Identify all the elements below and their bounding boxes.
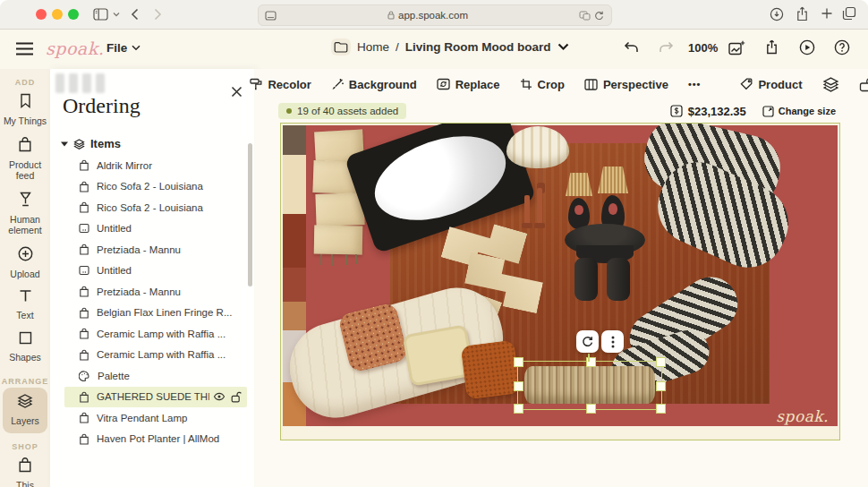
assets-badge: 19 of 40 assets added bbox=[278, 103, 406, 119]
rail-item-human-element[interactable]: Human element bbox=[0, 187, 50, 242]
layer-row[interactable]: Untitled bbox=[50, 218, 249, 240]
palette-swatch[interactable] bbox=[283, 302, 306, 330]
minimize-window-button[interactable] bbox=[52, 9, 63, 20]
layer-row[interactable]: Vitra Pendant Lamp bbox=[50, 407, 249, 429]
layer-row[interactable]: Haven Pot Planter | AllMod bbox=[50, 429, 249, 450]
rail-item-my-things[interactable]: My Things bbox=[0, 89, 50, 132]
layer-row[interactable]: Aldrik Mirror bbox=[50, 155, 249, 176]
breadcrumb-current[interactable]: Living Room Mood board bbox=[405, 40, 551, 54]
rail-item-product-feed[interactable]: Product feed bbox=[0, 132, 50, 187]
replace-image-icon bbox=[437, 78, 450, 90]
mood-board-canvas[interactable]: spoak. bbox=[280, 123, 840, 440]
breadcrumb[interactable]: Home / Living Room Mood board bbox=[331, 38, 569, 56]
add-image-icon[interactable] bbox=[728, 40, 745, 56]
export-icon[interactable] bbox=[765, 39, 779, 55]
rail-item-this-design[interactable]: This Design bbox=[0, 453, 50, 487]
share-icon[interactable] bbox=[796, 6, 809, 21]
unlock-icon[interactable] bbox=[231, 391, 242, 403]
browser-chrome: app.spoak.com bbox=[0, 0, 868, 30]
layer-row[interactable]: Palette bbox=[50, 365, 249, 387]
selection-handle[interactable] bbox=[656, 381, 666, 391]
bag-icon bbox=[79, 307, 89, 319]
replace-button[interactable]: Replace bbox=[437, 78, 500, 91]
item-menu-button[interactable] bbox=[601, 330, 624, 353]
redo-icon[interactable] bbox=[659, 41, 674, 55]
palette-swatch[interactable] bbox=[283, 125, 306, 155]
tab-overview-icon[interactable] bbox=[842, 6, 856, 21]
palette-swatch[interactable] bbox=[283, 155, 306, 214]
reload-icon[interactable] bbox=[594, 11, 604, 21]
panel-scrollbar[interactable] bbox=[248, 143, 252, 286]
rail-item-upload[interactable]: Upload bbox=[0, 242, 50, 286]
palette-swatch[interactable] bbox=[283, 214, 306, 268]
hamburger-menu-icon[interactable] bbox=[15, 42, 34, 56]
layer-row[interactable]: Pretziada - Mannu bbox=[50, 239, 249, 261]
forward-icon[interactable] bbox=[154, 8, 162, 21]
breadcrumb-root[interactable]: Home bbox=[357, 40, 389, 54]
selection-handle[interactable] bbox=[514, 404, 523, 414]
new-tab-icon[interactable] bbox=[821, 7, 833, 20]
tool-rail: ADD My Things Product feed Human element… bbox=[0, 69, 50, 487]
layer-row[interactable]: Belgian Flax Linen Fringe R... bbox=[50, 303, 249, 324]
zoom-window-button[interactable] bbox=[68, 9, 79, 20]
page-settings-icon[interactable] bbox=[265, 11, 277, 21]
rail-item-text[interactable]: Text bbox=[0, 285, 50, 327]
selection-handle[interactable] bbox=[514, 357, 523, 367]
layer-row[interactable]: GATHERED SUEDE THROW... bbox=[64, 387, 247, 408]
tag-icon bbox=[740, 78, 753, 90]
zoom-level[interactable]: 100% bbox=[688, 41, 718, 55]
chevron-down-icon[interactable] bbox=[113, 12, 120, 17]
layer-row[interactable]: Pretziada - Mannu bbox=[50, 281, 249, 303]
layer-row[interactable]: Rico Sofa 2 - Louisiana bbox=[50, 176, 249, 198]
file-menu[interactable]: File bbox=[106, 41, 140, 55]
back-icon[interactable] bbox=[131, 8, 139, 21]
recolor-button[interactable]: Recolor bbox=[250, 78, 311, 91]
unlock-icon[interactable] bbox=[859, 77, 868, 92]
total-price[interactable]: $23,132.35 bbox=[670, 105, 746, 118]
spoak-logo[interactable]: spoak. bbox=[46, 38, 104, 58]
more-tools-button[interactable]: ••• bbox=[688, 79, 702, 90]
layer-row[interactable]: Untitled bbox=[50, 261, 249, 282]
selection-frame[interactable] bbox=[517, 361, 662, 410]
layer-row[interactable]: Ceramic Lamp with Raffia ... bbox=[50, 323, 249, 345]
sidebar-toggle-icon[interactable] bbox=[93, 8, 108, 21]
layer-order-icon[interactable] bbox=[822, 77, 839, 92]
layers-panel: Ordering Items Aldrik Mirror Rico Sofa 2… bbox=[50, 69, 254, 487]
product-button[interactable]: Product bbox=[740, 78, 802, 91]
downloads-icon[interactable] bbox=[770, 7, 784, 21]
bag-icon bbox=[79, 349, 89, 361]
perspective-button[interactable]: Perspective bbox=[584, 78, 668, 91]
rail-item-layers[interactable]: Layers bbox=[3, 388, 47, 433]
layer-row-label: Ceramic Lamp with Raffia ... bbox=[97, 349, 243, 360]
play-icon[interactable] bbox=[799, 39, 815, 56]
rail-item-shapes[interactable]: Shapes bbox=[0, 327, 50, 369]
selection-handle[interactable] bbox=[656, 357, 666, 367]
orange-pillow-item[interactable] bbox=[461, 340, 521, 400]
selection-handle[interactable] bbox=[514, 381, 523, 391]
paint-roller-icon bbox=[250, 78, 262, 91]
candlestick-item[interactable] bbox=[537, 188, 542, 224]
crop-button[interactable]: Crop bbox=[520, 78, 565, 91]
layer-row[interactable]: Rico Sofa 2 - Louisiana bbox=[50, 197, 249, 218]
shopping-bag-icon bbox=[18, 137, 32, 152]
background-button[interactable]: Background bbox=[331, 78, 417, 91]
items-group-header[interactable]: Items bbox=[61, 137, 121, 150]
address-bar[interactable]: app.spoak.com bbox=[258, 4, 612, 26]
selection-handle[interactable] bbox=[656, 404, 666, 414]
layer-row[interactable]: Ceramic Lamp with Raffia ... bbox=[50, 345, 249, 366]
close-window-button[interactable] bbox=[36, 9, 47, 20]
change-size-button[interactable]: Change size bbox=[762, 106, 836, 117]
rotate-button[interactable] bbox=[576, 330, 599, 353]
page-actions-icon[interactable] bbox=[579, 11, 591, 21]
undo-icon[interactable] bbox=[624, 41, 639, 55]
rail-section-arrange: ARRANGE bbox=[0, 377, 50, 386]
candlestick-item[interactable] bbox=[524, 195, 530, 224]
eye-icon[interactable] bbox=[213, 392, 226, 401]
palette-swatch[interactable] bbox=[283, 268, 306, 302]
striped-sofa-item[interactable] bbox=[637, 127, 789, 275]
layer-row-label: Untitled bbox=[97, 223, 243, 234]
pendant-lamp-item[interactable] bbox=[506, 126, 569, 168]
selection-handle[interactable] bbox=[586, 404, 596, 414]
close-panel-icon[interactable] bbox=[231, 86, 243, 98]
help-icon[interactable] bbox=[834, 39, 850, 56]
